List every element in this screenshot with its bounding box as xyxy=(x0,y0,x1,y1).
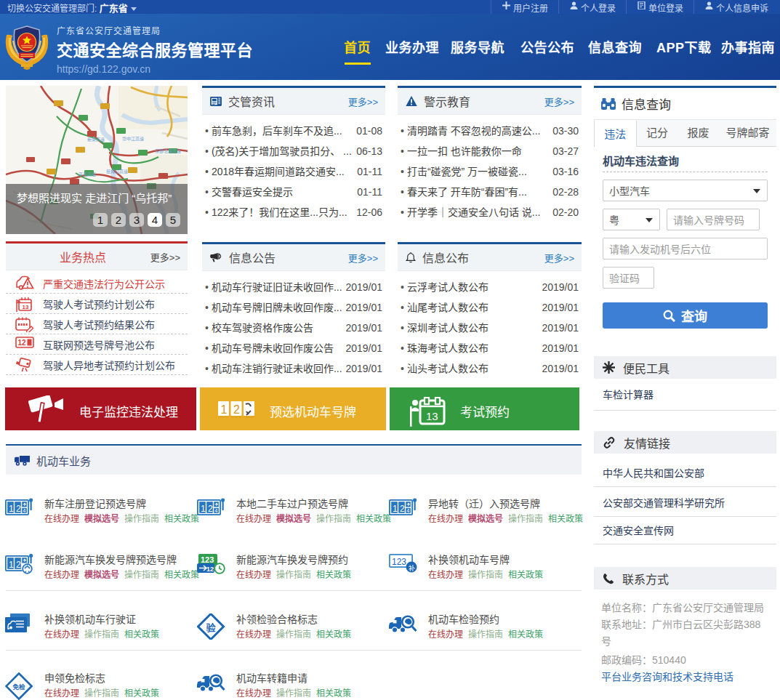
svg-text:13: 13 xyxy=(426,410,438,422)
svg-text:12: 12 xyxy=(18,339,27,347)
svg-text:4: 4 xyxy=(214,507,217,514)
svg-text:验: 验 xyxy=(206,622,217,633)
svg-text:慈姆山高速: 慈姆山高速 xyxy=(106,169,128,174)
svg-text:2: 2 xyxy=(208,504,213,514)
svg-text:123: 123 xyxy=(392,557,406,567)
svg-text:2: 2 xyxy=(16,504,21,514)
svg-text:1: 1 xyxy=(9,560,14,570)
svg-text:2: 2 xyxy=(16,560,21,570)
svg-text:1: 1 xyxy=(393,504,398,514)
svg-text:东部沿海高速: 东部沿海高速 xyxy=(155,148,181,154)
svg-text:补: 补 xyxy=(409,564,416,572)
svg-text:2: 2 xyxy=(233,403,240,416)
svg-text:1: 1 xyxy=(221,403,228,416)
svg-text:1: 1 xyxy=(9,504,14,514)
svg-text:华中江高速: 华中江高速 xyxy=(122,136,144,142)
svg-text:1: 1 xyxy=(201,504,206,514)
svg-text:123: 123 xyxy=(201,555,214,564)
svg-text:2: 2 xyxy=(400,504,405,514)
svg-text:平天高速: 平天高速 xyxy=(79,172,96,177)
svg-text:13: 13 xyxy=(23,303,29,310)
svg-text:4: 4 xyxy=(406,507,409,514)
svg-text:4: 4 xyxy=(23,507,25,514)
svg-text:新荣高速: 新荣高速 xyxy=(87,137,105,142)
svg-text:12: 12 xyxy=(206,566,214,573)
svg-text:免检: 免检 xyxy=(13,683,26,691)
